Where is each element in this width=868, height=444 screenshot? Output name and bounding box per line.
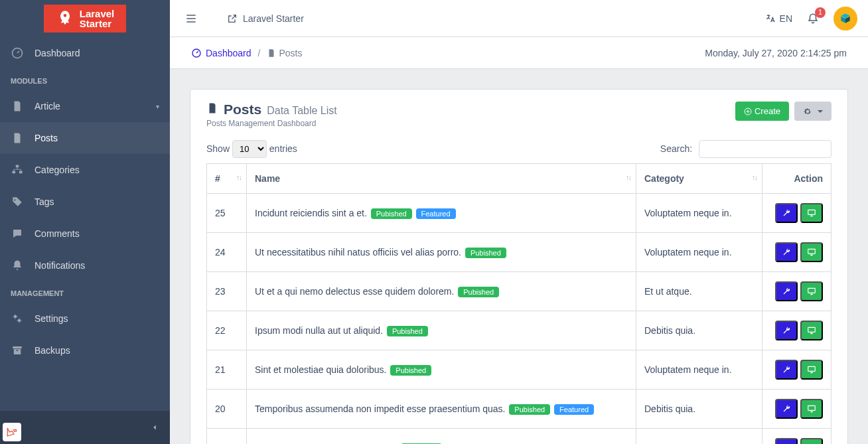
archive-icon: [11, 344, 24, 357]
col-category[interactable]: Categoty: [636, 164, 762, 194]
language-switcher[interactable]: EN: [765, 13, 792, 24]
breadcrumb-current: Posts: [267, 48, 302, 58]
svg-rect-11: [808, 249, 816, 254]
topbar-brand-link[interactable]: Laravel Starter: [211, 13, 304, 24]
file-icon: [267, 48, 276, 58]
sidebar-item-posts[interactable]: Posts: [0, 122, 170, 154]
cell-name: Temporibus assumenda non impedit esse pr…: [247, 390, 636, 429]
table-row: 25Incidunt reiciendis sint a et. Pubishe…: [207, 194, 832, 233]
published-badge: Pubished: [371, 208, 412, 219]
file-icon: [206, 102, 218, 114]
sidebar-item-label: Categories: [35, 165, 80, 175]
view-button[interactable]: [800, 399, 823, 419]
notifications-button[interactable]: 1: [807, 13, 819, 25]
laravel-badge: [3, 423, 21, 441]
edit-button[interactable]: [775, 321, 798, 340]
view-button[interactable]: [800, 360, 823, 380]
post-name: Ipsum modi nulla aut ut aliquid.: [255, 325, 383, 336]
translate-icon: [765, 13, 776, 24]
featured-badge: Featured: [554, 404, 594, 415]
svg-rect-14: [808, 366, 816, 371]
cell-category: Voluptatem neque in.: [636, 233, 762, 272]
speedometer-icon: [191, 48, 202, 58]
language-label: EN: [780, 13, 792, 24]
content: Posts Data Table List Posts Management D…: [170, 69, 868, 444]
table-row: 23Ut et a qui nemo delectus esse quidem …: [207, 272, 832, 311]
edit-button[interactable]: [775, 438, 798, 444]
breadcrumb-current-label: Posts: [279, 48, 302, 58]
sidebar-item-article[interactable]: Article ▾: [0, 90, 170, 122]
sidebar-item-label: Notifications: [35, 260, 85, 271]
sidebar-item-settings[interactable]: Settings: [0, 303, 170, 334]
view-button[interactable]: [800, 242, 823, 262]
subheader: Dashboard / Posts Monday, July 27, 2020 …: [170, 37, 868, 69]
document-icon: [11, 100, 24, 113]
tags-icon: [11, 195, 24, 208]
page-title: Posts Data Table List: [206, 102, 337, 117]
sidebar-toggle-button[interactable]: [181, 8, 202, 29]
cell-category: Voluptatem neque in.: [636, 350, 762, 390]
sidebar-brand[interactable]: Laravel Starter: [0, 0, 170, 37]
breadcrumb-dashboard-link[interactable]: Dashboard: [191, 48, 252, 58]
search-input[interactable]: [699, 140, 832, 158]
cell-category: Et ut atque.: [636, 272, 762, 311]
page-subtitle: Data Table List: [267, 105, 337, 117]
plus-circle-icon: [744, 108, 752, 115]
card-header: Posts Data Table List Posts Management D…: [190, 90, 847, 135]
posts-table: # Name Categoty Action 25Incidunt reicie…: [206, 163, 832, 444]
sidebar-item-notifications[interactable]: Notifications: [0, 250, 170, 281]
create-button[interactable]: Create: [735, 102, 789, 121]
featured-badge: Featured: [416, 208, 456, 219]
view-button[interactable]: [800, 203, 823, 223]
show-label-post: entries: [269, 143, 297, 154]
brand-title-2: Starter: [80, 19, 115, 29]
edit-button[interactable]: [775, 360, 798, 380]
chevron-down-icon: ▾: [156, 103, 159, 110]
sidebar-minimizer[interactable]: [0, 411, 170, 444]
svg-point-4: [18, 319, 21, 323]
sidebar-item-label: Posts: [35, 133, 58, 143]
breadcrumb: Dashboard / Posts: [191, 48, 302, 58]
topbar: Laravel Starter EN 1: [170, 0, 868, 37]
wrench-icon: [782, 287, 791, 296]
show-label-pre: Show: [206, 143, 230, 154]
col-name[interactable]: Name: [247, 164, 636, 194]
sidebar-item-backups[interactable]: Backups: [0, 334, 170, 366]
breadcrumb-separator: /: [258, 48, 261, 58]
desktop-icon: [807, 287, 816, 296]
cell-action: [762, 350, 832, 390]
settings-dropdown-button[interactable]: [794, 102, 832, 121]
user-avatar[interactable]: [833, 7, 857, 31]
sidebar-item-tags[interactable]: Tags: [0, 186, 170, 218]
desktop-icon: [807, 326, 816, 335]
edit-button[interactable]: [775, 203, 798, 223]
view-button[interactable]: [800, 321, 823, 340]
sidebar-item-dashboard[interactable]: Dashboard: [0, 37, 170, 69]
sidebar-item-comments[interactable]: Comments: [0, 218, 170, 250]
edit-button[interactable]: [775, 281, 798, 301]
edit-button[interactable]: [775, 399, 798, 419]
col-id[interactable]: #: [207, 164, 247, 194]
table-row: 20Temporibus assumenda non impedit esse …: [207, 390, 832, 429]
posts-card: Posts Data Table List Posts Management D…: [190, 89, 848, 444]
cell-id: 19: [207, 429, 247, 445]
edit-button[interactable]: [775, 242, 798, 262]
cube-icon: [839, 12, 852, 25]
cell-action: [762, 272, 832, 311]
view-button[interactable]: [800, 281, 823, 301]
desktop-icon: [807, 404, 816, 413]
post-name: Ut necessitatibus nihil natus officiis v…: [255, 247, 461, 258]
main: Laravel Starter EN 1: [170, 0, 868, 444]
entries-select[interactable]: 10: [232, 140, 267, 158]
view-button[interactable]: [800, 438, 823, 444]
card-body: Show 10 entries Search: #: [190, 135, 847, 444]
svg-rect-7: [17, 350, 19, 351]
svg-rect-15: [808, 406, 816, 410]
sidebar-section-modules: MODULES: [0, 69, 170, 90]
cell-category: Voluptatem neque in.: [636, 194, 762, 233]
sidebar-item-categories[interactable]: Categories: [0, 154, 170, 186]
search-label: Search:: [660, 143, 692, 154]
cell-name: Incidunt reiciendis sint a et. Pubished …: [247, 194, 636, 233]
cell-name: Ut et a qui nemo delectus esse quidem do…: [247, 272, 636, 311]
post-name: Incidunt reiciendis sint a et.: [255, 208, 367, 218]
